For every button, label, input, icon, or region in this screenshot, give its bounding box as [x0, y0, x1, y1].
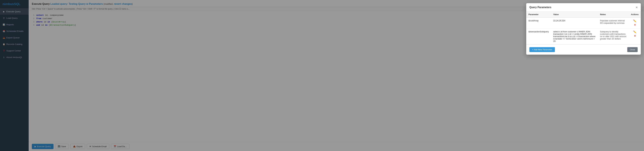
add-parameter-label: + Add New Parameter	[532, 48, 552, 51]
query-parameters-modal: Query Parameters × ParameterValueNotesAc…	[526, 3, 641, 55]
col-header-notes: Notes	[598, 12, 629, 17]
delete-parameter-icon[interactable]: ✕	[634, 34, 636, 38]
col-header-actions: Actions	[629, 12, 641, 17]
table-body: &custArray22,24,29,324Populate customer …	[526, 17, 641, 44]
param-name-cell: &custArray	[526, 17, 551, 28]
param-note-cell: Populate customer internal ID's separate…	[598, 17, 629, 28]
param-actions-cell: ✏️ ✕	[629, 28, 641, 44]
table-row: &custArray22,24,29,324Populate customer …	[526, 17, 641, 28]
edit-parameter-icon[interactable]: ✏️	[633, 20, 636, 22]
edit-parameter-icon[interactable]: ✏️	[633, 30, 636, 34]
param-actions-cell: ✏️ ✕	[629, 17, 641, 28]
close-modal-button[interactable]: Close	[627, 47, 638, 52]
parameters-table: ParameterValueNotesActions &custArray22,…	[526, 12, 641, 44]
param-value-cell: select c.id from customer c INNER JOIN t…	[551, 28, 598, 44]
param-name-cell: &transactionSubquery	[526, 28, 551, 44]
modal-overlay: Query Parameters × ParameterValueNotesAc…	[0, 0, 644, 151]
table-row: &transactionSubqueryselect c.id from cus…	[526, 28, 641, 44]
col-header-value: Value	[551, 12, 598, 17]
param-note-cell: Subquery to identify customers with tran…	[598, 28, 629, 44]
modal-footer: + Add New Parameter Close	[526, 44, 641, 55]
add-parameter-button[interactable]: + Add New Parameter	[530, 47, 555, 52]
table-header: ParameterValueNotesActions	[526, 12, 641, 17]
param-value-cell: 22,24,29,324	[551, 17, 598, 28]
col-header-parameter: Parameter	[526, 12, 551, 17]
modal-title: Query Parameters	[530, 6, 551, 9]
modal-header: Query Parameters ×	[526, 3, 641, 12]
modal-close-button[interactable]: ×	[636, 6, 638, 9]
delete-parameter-icon[interactable]: ✕	[634, 24, 636, 26]
modal-body: ParameterValueNotesActions &custArray22,…	[526, 12, 641, 44]
